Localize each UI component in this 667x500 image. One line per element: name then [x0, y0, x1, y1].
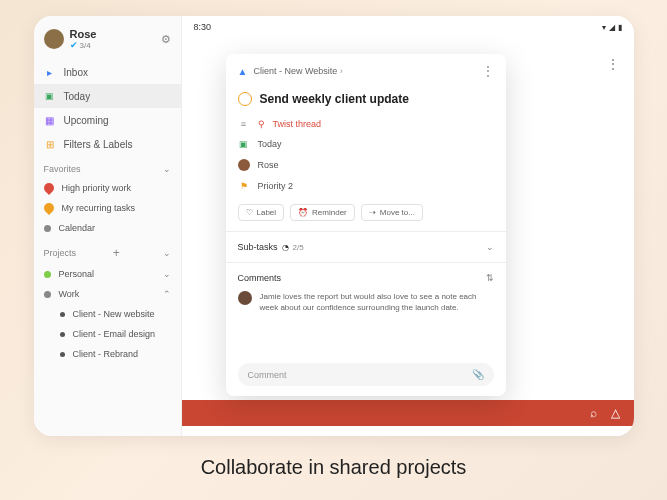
- search-icon[interactable]: ⌕: [590, 406, 597, 420]
- subproject-dot: [60, 312, 65, 317]
- subproject-dot: [60, 352, 65, 357]
- nav-label: Inbox: [64, 67, 88, 78]
- task-detail-modal: ▲ Client - New Website › ⋮ Send weekly c…: [226, 54, 506, 396]
- chip-label: Label: [257, 208, 277, 217]
- project-item[interactable]: Personal ⌄: [34, 264, 181, 284]
- user-profile[interactable]: Rose ✔ 3/4 ⚙: [34, 28, 181, 60]
- nav-upcoming[interactable]: ▦ Upcoming: [34, 108, 181, 132]
- moveto-chip[interactable]: ⇢ Move to...: [361, 204, 423, 221]
- expand-icon[interactable]: ⇅: [486, 273, 494, 283]
- move-icon: ⇢: [369, 208, 376, 217]
- task-title: Send weekly client update: [260, 92, 409, 106]
- subproject-item[interactable]: Client - Email design: [34, 324, 181, 344]
- favorite-item[interactable]: High priority work: [34, 178, 181, 198]
- assignee-avatar: [238, 159, 250, 171]
- notification-icon[interactable]: △: [611, 406, 620, 420]
- tag-icon: ♡: [246, 208, 253, 217]
- favorites-label: Favorites: [44, 164, 81, 174]
- inbox-icon: ▸: [44, 66, 56, 78]
- breadcrumb[interactable]: Client - New Website ›: [253, 66, 342, 76]
- comments-section: Comments ⇅ Jamie loves the report but wo…: [226, 263, 506, 323]
- favorite-label: My recurring tasks: [62, 203, 136, 213]
- description-icon: ≡: [238, 119, 250, 129]
- chevron-down-icon: ⌄: [163, 248, 171, 258]
- date-label: Today: [258, 139, 282, 149]
- date-row[interactable]: ▣ Today: [226, 134, 506, 154]
- more-icon[interactable]: ⋮: [482, 64, 494, 78]
- chip-label: Reminder: [312, 208, 347, 217]
- comment-input[interactable]: Comment 📎: [238, 363, 494, 386]
- favorite-label: Calendar: [59, 223, 96, 233]
- clock-icon: ⏰: [298, 208, 308, 217]
- more-menu-icon[interactable]: ⋮: [606, 56, 620, 72]
- twist-link-row[interactable]: ≡ ⚲ Twist thread: [226, 114, 506, 134]
- nav-today[interactable]: ▣ Today: [34, 84, 181, 108]
- user-avatar: [44, 29, 64, 49]
- assignee-row[interactable]: Rose: [226, 154, 506, 176]
- drop-icon: [41, 181, 55, 195]
- bottom-toolbar: ⌕ △: [182, 400, 634, 426]
- subproject-label: Client - New website: [73, 309, 155, 319]
- project-item[interactable]: Work ⌃: [34, 284, 181, 304]
- status-icons: ▾ ◢ ▮: [602, 23, 622, 32]
- projects-label: Projects: [44, 248, 77, 258]
- tablet-frame: Rose ✔ 3/4 ⚙ ▸ Inbox ▣ Today ▦ Upcoming …: [34, 16, 634, 436]
- subproject-label: Client - Rebrand: [73, 349, 139, 359]
- favorite-label: High priority work: [62, 183, 132, 193]
- subtasks-row[interactable]: Sub-tasks ◔ 2/5 ⌄: [226, 232, 506, 262]
- modal-header: ▲ Client - New Website › ⋮: [226, 54, 506, 88]
- attach-icon[interactable]: 📎: [472, 369, 484, 380]
- progress-icon: ◔: [282, 243, 289, 252]
- chevron-down-icon: ⌄: [486, 242, 494, 252]
- dot-icon: [44, 225, 51, 232]
- filters-icon: ⊞: [44, 138, 56, 150]
- chip-label: Move to...: [380, 208, 415, 217]
- nav-label: Today: [64, 91, 91, 102]
- add-project-icon[interactable]: +: [113, 246, 120, 260]
- subtasks-label: Sub-tasks: [238, 242, 278, 252]
- comment-avatar: [238, 291, 252, 305]
- priority-label: Priority 2: [258, 181, 294, 191]
- favorite-item[interactable]: Calendar: [34, 218, 181, 238]
- user-progress: 3/4: [80, 41, 91, 50]
- nav-label: Upcoming: [64, 115, 109, 126]
- subproject-item[interactable]: Client - New website: [34, 304, 181, 324]
- drop-icon: [41, 201, 55, 215]
- breadcrumb-text: Client - New Website: [253, 66, 337, 76]
- project-dot: [44, 271, 51, 278]
- subproject-item[interactable]: Client - Rebrand: [34, 344, 181, 364]
- favorite-item[interactable]: My recurring tasks: [34, 198, 181, 218]
- subtasks-count: 2/5: [293, 243, 304, 252]
- twist-link: Twist thread: [273, 119, 322, 129]
- label-chip[interactable]: ♡ Label: [238, 204, 285, 221]
- task-checkbox[interactable]: [238, 92, 252, 106]
- project-label: Personal: [59, 269, 95, 279]
- signal-icon: ◢: [609, 23, 615, 32]
- user-name: Rose: [70, 28, 97, 40]
- user-meta: ✔ 3/4: [70, 40, 97, 50]
- upcoming-icon: ▦: [44, 114, 56, 126]
- comments-header[interactable]: Comments ⇅: [238, 273, 494, 283]
- sidebar: Rose ✔ 3/4 ⚙ ▸ Inbox ▣ Today ▦ Upcoming …: [34, 16, 182, 436]
- assignee-name: Rose: [258, 160, 279, 170]
- projects-header[interactable]: Projects + ⌄: [34, 238, 181, 264]
- favorites-header[interactable]: Favorites ⌄: [34, 156, 181, 178]
- comments-label: Comments: [238, 273, 282, 283]
- settings-icon[interactable]: ⚙: [161, 33, 171, 46]
- comment-placeholder: Comment: [248, 370, 472, 380]
- flag-icon: ⚑: [238, 181, 250, 191]
- today-icon: ▣: [44, 90, 56, 102]
- task-title-row: Send weekly client update: [226, 88, 506, 114]
- chevron-up-icon: ⌃: [163, 289, 171, 299]
- nav-filters[interactable]: ⊞ Filters & Labels: [34, 132, 181, 156]
- project-label: Work: [59, 289, 80, 299]
- priority-row[interactable]: ⚑ Priority 2: [226, 176, 506, 196]
- nav-inbox[interactable]: ▸ Inbox: [34, 60, 181, 84]
- battery-icon: ▮: [618, 23, 622, 32]
- reminder-chip[interactable]: ⏰ Reminder: [290, 204, 355, 221]
- marketing-caption: Collaborate in shared projects: [201, 456, 467, 479]
- comment-text: Jamie loves the report but would also lo…: [260, 291, 494, 313]
- person-icon: ▲: [238, 66, 248, 77]
- status-time: 8:30: [194, 22, 212, 32]
- wifi-icon: ▾: [602, 23, 606, 32]
